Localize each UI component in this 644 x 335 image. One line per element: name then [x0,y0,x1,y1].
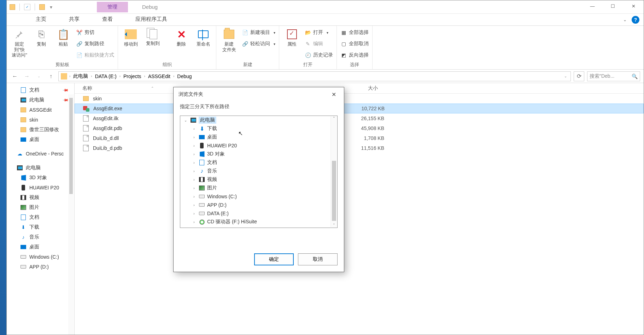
tab-app-tools[interactable]: 应用程序工具 [135,13,168,25]
breadcrumb-item[interactable]: DATA (E:) [94,74,117,79]
scroll-up-icon[interactable]: ⌃ [331,116,337,122]
tree-item[interactable]: ›文档 [180,158,337,167]
tree-label[interactable]: CD 驱动器 (F:) HiSuite [207,219,257,225]
cut-button[interactable]: ✂️剪切 [76,28,114,37]
chevron-right-icon[interactable]: › [192,195,197,199]
select-none-button[interactable]: ▢全部取消 [340,39,369,48]
chevron-right-icon[interactable]: › [192,161,197,165]
rename-button[interactable]: 重命名 [194,27,212,47]
nav-up-button[interactable]: ↑ [46,72,55,81]
help-icon[interactable]: ? [632,16,639,24]
tree-item[interactable]: ›桌面 [180,133,337,141]
tree-item[interactable]: ›⬇下载 [180,124,337,133]
tree-label[interactable]: 下载 [207,125,217,132]
ribbon-collapse-icon[interactable]: ⌄ [623,17,627,22]
nav-item-3d-objects[interactable]: 3D 对象 [7,173,74,183]
chevron-right-icon[interactable]: › [89,74,93,78]
tree-item[interactable]: ›Windows (C:) [180,192,337,201]
invert-selection-button[interactable]: ◩反向选择 [340,51,369,60]
nav-item-videos[interactable]: 视频 [7,193,74,202]
file-row[interactable]: AssgEdit.pdb45,908 KB [75,123,644,133]
pin-to-quick-access-button[interactable]: 固定到"快 速访问" [10,27,29,58]
breadcrumb-item[interactable]: Projects [123,74,142,79]
nav-back-button[interactable]: ← [10,72,19,81]
minimize-button[interactable]: — [582,0,603,12]
tree-item[interactable]: ›HUAWEI P20 [180,141,337,150]
file-row[interactable]: AssgEdit.exe10,722 KB [75,104,644,113]
tree-label[interactable]: 此电脑 [199,117,216,124]
chevron-right-icon[interactable]: › [192,144,197,148]
nav-item-pictures[interactable]: 图片 [7,202,74,212]
nav-recent-dropdown[interactable]: ⌄ [34,72,43,81]
qat-dropdown-icon[interactable]: ▾ [48,4,54,10]
breadcrumb[interactable]: › 此电脑 › DATA (E:) › Projects › ASSGEdit … [58,71,571,81]
edit-button[interactable]: ✎编辑 [305,39,333,48]
tree-item[interactable]: ›APP (D:) [180,201,337,209]
copy-to-button[interactable]: 复制到 [144,27,162,46]
paste-shortcut-button[interactable]: 📄粘贴快捷方式 [76,51,114,60]
paste-button[interactable]: 📋 粘贴 [54,27,72,47]
tree-item[interactable]: ›3D 对象 [180,150,337,158]
tree-label[interactable]: 3D 对象 [207,151,225,157]
dialog-close-button[interactable]: ✕ [329,90,339,99]
close-button[interactable]: ✕ [623,0,644,12]
chevron-right-icon[interactable]: › [192,127,197,131]
tree-label[interactable]: HUAWEI P20 [207,143,237,148]
scrollbar-thumb[interactable] [69,98,73,194]
tree-label[interactable]: 桌面 [207,134,217,140]
open-button[interactable]: 📂打开▾ [305,28,333,37]
tree-item[interactable]: ›视频 [180,175,337,184]
properties-button[interactable]: 属性 [283,27,301,47]
chevron-right-icon[interactable]: › [118,74,122,78]
nav-item-downloads[interactable]: ⬇下载 [7,222,74,232]
tree-label[interactable]: Windows (C:) [207,194,237,199]
copy-button[interactable]: ⎘ 复制 [32,27,51,47]
nav-item-music[interactable]: ♪音乐 [7,232,74,242]
breadcrumb-item[interactable]: ASSGEdit [147,74,171,79]
chevron-right-icon[interactable]: › [68,74,72,78]
tab-home[interactable]: 主页 [35,13,47,25]
file-row[interactable]: AssgEdit.ilk26,155 KB [75,113,644,123]
scrollbar[interactable] [68,94,74,335]
chevron-right-icon[interactable]: › [192,178,197,182]
chevron-right-icon[interactable]: › [172,74,176,78]
dialog-titlebar[interactable]: 浏览文件夹 ✕ [174,87,344,101]
chevron-right-icon[interactable]: › [192,212,197,216]
tab-view[interactable]: 查看 [101,13,113,25]
breadcrumb-item[interactable]: Debug [176,74,192,79]
chevron-right-icon[interactable]: › [192,169,197,173]
new-item-button[interactable]: 📄新建项目▾ [242,28,275,37]
chevron-right-icon[interactable]: › [192,186,197,190]
chevron-right-icon[interactable]: › [192,135,197,139]
folder-tree[interactable]: ⌄ 此电脑 ›⬇下载›桌面›HUAWEI P20›3D 对象›文档›♪音乐›视频… [180,116,338,228]
ok-button[interactable]: 确定 [254,253,294,265]
column-name[interactable]: 名称 [82,85,92,92]
nav-item-this-pc-header[interactable]: 此电脑 [7,163,74,173]
new-folder-button[interactable]: 新建 文件夹 [220,27,238,52]
tree-label[interactable]: 图片 [207,185,217,191]
scrollbar[interactable]: ⌃ ⌄ [330,116,337,227]
nav-item-documents2[interactable]: 文档 [7,212,74,222]
tab-share[interactable]: 共享 [68,13,80,25]
delete-button[interactable]: ✕ 删除 [172,27,191,47]
nav-forward-button[interactable]: → [22,72,31,81]
address-dropdown-icon[interactable]: ⌄ [563,74,568,78]
nav-item-drive-c[interactable]: Windows (C:) [7,252,74,262]
copy-path-button[interactable]: 🔗复制路径 [76,39,114,48]
cancel-button[interactable]: 取消 [298,253,338,265]
refresh-button[interactable]: ⟳ [574,71,584,81]
search-box[interactable]: 搜索"Deb... 🔍 [587,71,640,81]
tree-item[interactable]: ›DATA (E:) [180,209,337,218]
qat-checkbox-icon[interactable]: ✓ [24,4,30,10]
tree-label[interactable]: 文档 [207,159,217,166]
file-row[interactable]: DuiLib_d.dll1,708 KB [75,133,644,143]
titlebar[interactable]: ✓ ▾ 管理 Debug — ☐ ✕ [7,0,644,14]
nav-item-this-pc[interactable]: 此电脑📌 [7,95,74,105]
file-row[interactable]: DuiLib_d.pdb11,516 KB [75,143,644,153]
contextual-tab-manage[interactable]: 管理 [97,2,128,12]
nav-item-drive-d[interactable]: APP (D:) [7,262,74,272]
chevron-right-icon[interactable]: › [143,74,147,78]
maximize-button[interactable]: ☐ [603,0,623,12]
nav-item-desktop[interactable]: 桌面 [7,135,74,145]
nav-item-onedrive[interactable]: ☁OneDrive - Persc [7,149,74,159]
